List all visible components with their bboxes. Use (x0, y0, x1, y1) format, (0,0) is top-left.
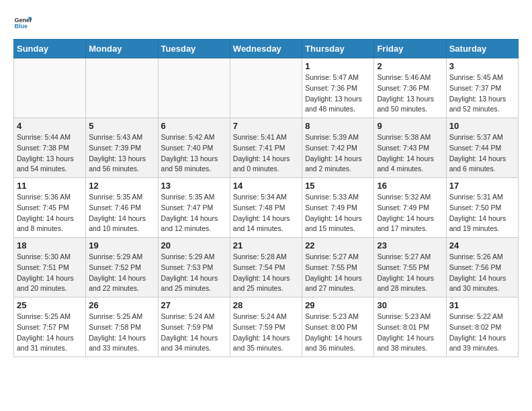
logo-icon: General Blue (13, 13, 32, 32)
calendar-cell: 9Sunrise: 5:38 AMSunset: 7:43 PMDaylight… (374, 118, 446, 178)
weekday-saturday: Saturday (446, 40, 518, 58)
day-detail: Sunrise: 5:43 AMSunset: 7:39 PMDaylight:… (89, 132, 154, 175)
day-number: 10 (449, 121, 515, 131)
day-detail: Sunrise: 5:47 AMSunset: 7:36 PMDaylight:… (305, 73, 371, 115)
calendar-cell: 1Sunrise: 5:47 AMSunset: 7:36 PMDaylight… (302, 58, 374, 118)
day-detail: Sunrise: 5:24 AMSunset: 7:59 PMDaylight:… (233, 312, 299, 354)
day-detail: Sunrise: 5:35 AMSunset: 7:46 PMDaylight:… (89, 192, 154, 234)
day-number: 1 (305, 61, 371, 71)
calendar-header: SundayMondayTuesdayWednesdayThursdayFrid… (14, 40, 519, 58)
day-detail: Sunrise: 5:28 AMSunset: 7:54 PMDaylight:… (233, 252, 299, 294)
day-number: 22 (305, 240, 371, 250)
day-number: 23 (377, 240, 443, 250)
calendar-cell: 16Sunrise: 5:32 AMSunset: 7:49 PMDayligh… (374, 178, 446, 238)
day-detail: Sunrise: 5:29 AMSunset: 7:52 PMDaylight:… (89, 252, 154, 294)
day-detail: Sunrise: 5:24 AMSunset: 7:59 PMDaylight:… (161, 312, 227, 354)
calendar-cell: 4Sunrise: 5:44 AMSunset: 7:38 PMDaylight… (14, 118, 86, 178)
calendar-cell: 20Sunrise: 5:29 AMSunset: 7:53 PMDayligh… (158, 238, 230, 298)
day-detail: Sunrise: 5:27 AMSunset: 7:55 PMDaylight:… (377, 252, 443, 294)
calendar-cell: 21Sunrise: 5:28 AMSunset: 7:54 PMDayligh… (230, 238, 302, 298)
calendar-week-4: 18Sunrise: 5:30 AMSunset: 7:51 PMDayligh… (14, 238, 519, 298)
day-number: 9 (377, 121, 443, 131)
day-number: 24 (449, 240, 515, 250)
logo: General Blue (13, 13, 32, 32)
calendar-cell: 14Sunrise: 5:34 AMSunset: 7:48 PMDayligh… (230, 178, 302, 238)
calendar-cell: 29Sunrise: 5:23 AMSunset: 8:00 PMDayligh… (302, 298, 374, 357)
day-detail: Sunrise: 5:32 AMSunset: 7:49 PMDaylight:… (377, 192, 443, 234)
day-detail: Sunrise: 5:23 AMSunset: 8:01 PMDaylight:… (377, 312, 443, 354)
day-number: 31 (449, 300, 515, 310)
day-number: 15 (305, 181, 371, 191)
calendar-cell: 3Sunrise: 5:45 AMSunset: 7:37 PMDaylight… (446, 58, 518, 118)
day-detail: Sunrise: 5:44 AMSunset: 7:38 PMDaylight:… (17, 132, 83, 175)
day-detail: Sunrise: 5:23 AMSunset: 8:00 PMDaylight:… (305, 312, 371, 354)
day-number: 29 (305, 300, 371, 310)
day-number: 27 (161, 300, 227, 310)
day-detail: Sunrise: 5:45 AMSunset: 7:37 PMDaylight:… (449, 73, 515, 115)
day-number: 14 (233, 181, 299, 191)
calendar-cell: 11Sunrise: 5:36 AMSunset: 7:45 PMDayligh… (14, 178, 86, 238)
day-detail: Sunrise: 5:46 AMSunset: 7:36 PMDaylight:… (377, 73, 443, 115)
day-number: 18 (17, 240, 83, 250)
day-detail: Sunrise: 5:27 AMSunset: 7:55 PMDaylight:… (305, 252, 371, 294)
day-number: 20 (161, 240, 227, 250)
day-detail: Sunrise: 5:25 AMSunset: 7:58 PMDaylight:… (89, 312, 154, 354)
day-number: 19 (89, 240, 154, 250)
day-number: 7 (233, 121, 299, 131)
calendar-cell (158, 58, 230, 118)
day-detail: Sunrise: 5:36 AMSunset: 7:45 PMDaylight:… (17, 192, 83, 234)
day-detail: Sunrise: 5:37 AMSunset: 7:44 PMDaylight:… (449, 132, 515, 175)
day-number: 25 (17, 300, 83, 310)
calendar-cell: 30Sunrise: 5:23 AMSunset: 8:01 PMDayligh… (374, 298, 446, 357)
calendar-cell: 25Sunrise: 5:25 AMSunset: 7:57 PMDayligh… (14, 298, 86, 357)
calendar-cell: 13Sunrise: 5:35 AMSunset: 7:47 PMDayligh… (158, 178, 230, 238)
calendar-cell: 24Sunrise: 5:26 AMSunset: 7:56 PMDayligh… (446, 238, 518, 298)
day-detail: Sunrise: 5:35 AMSunset: 7:47 PMDaylight:… (161, 192, 227, 234)
day-number: 6 (161, 121, 227, 131)
day-number: 26 (89, 300, 154, 310)
calendar-cell: 31Sunrise: 5:22 AMSunset: 8:02 PMDayligh… (446, 298, 518, 357)
calendar-cell: 28Sunrise: 5:24 AMSunset: 7:59 PMDayligh… (230, 298, 302, 357)
day-number: 11 (17, 181, 83, 191)
day-number: 4 (17, 121, 83, 131)
calendar-week-5: 25Sunrise: 5:25 AMSunset: 7:57 PMDayligh… (14, 298, 519, 357)
day-number: 2 (377, 61, 443, 71)
calendar-cell: 10Sunrise: 5:37 AMSunset: 7:44 PMDayligh… (446, 118, 518, 178)
day-detail: Sunrise: 5:38 AMSunset: 7:43 PMDaylight:… (377, 132, 443, 175)
calendar-body: 1Sunrise: 5:47 AMSunset: 7:36 PMDaylight… (14, 58, 519, 357)
page-header: General Blue (13, 13, 519, 32)
day-number: 30 (377, 300, 443, 310)
calendar-cell (230, 58, 302, 118)
day-detail: Sunrise: 5:31 AMSunset: 7:50 PMDaylight:… (449, 192, 515, 234)
day-detail: Sunrise: 5:34 AMSunset: 7:48 PMDaylight:… (233, 192, 299, 234)
day-detail: Sunrise: 5:33 AMSunset: 7:49 PMDaylight:… (305, 192, 371, 234)
calendar-cell: 8Sunrise: 5:39 AMSunset: 7:42 PMDaylight… (302, 118, 374, 178)
day-number: 17 (449, 181, 515, 191)
weekday-thursday: Thursday (302, 40, 374, 58)
calendar-cell: 2Sunrise: 5:46 AMSunset: 7:36 PMDaylight… (374, 58, 446, 118)
calendar-table: SundayMondayTuesdayWednesdayThursdayFrid… (13, 39, 519, 357)
weekday-header-row: SundayMondayTuesdayWednesdayThursdayFrid… (14, 40, 519, 58)
calendar-week-3: 11Sunrise: 5:36 AMSunset: 7:45 PMDayligh… (14, 178, 519, 238)
day-number: 5 (89, 121, 154, 131)
calendar-cell: 7Sunrise: 5:41 AMSunset: 7:41 PMDaylight… (230, 118, 302, 178)
weekday-sunday: Sunday (14, 40, 86, 58)
calendar-cell: 15Sunrise: 5:33 AMSunset: 7:49 PMDayligh… (302, 178, 374, 238)
calendar-cell: 18Sunrise: 5:30 AMSunset: 7:51 PMDayligh… (14, 238, 86, 298)
weekday-friday: Friday (374, 40, 446, 58)
day-number: 28 (233, 300, 299, 310)
calendar-cell: 12Sunrise: 5:35 AMSunset: 7:46 PMDayligh… (86, 178, 158, 238)
calendar-cell: 19Sunrise: 5:29 AMSunset: 7:52 PMDayligh… (86, 238, 158, 298)
day-number: 8 (305, 121, 371, 131)
day-detail: Sunrise: 5:29 AMSunset: 7:53 PMDaylight:… (161, 252, 227, 294)
calendar-cell: 5Sunrise: 5:43 AMSunset: 7:39 PMDaylight… (86, 118, 158, 178)
calendar-cell: 6Sunrise: 5:42 AMSunset: 7:40 PMDaylight… (158, 118, 230, 178)
day-number: 16 (377, 181, 443, 191)
calendar-cell: 22Sunrise: 5:27 AMSunset: 7:55 PMDayligh… (302, 238, 374, 298)
calendar-cell (14, 58, 86, 118)
day-detail: Sunrise: 5:25 AMSunset: 7:57 PMDaylight:… (17, 312, 83, 354)
calendar-cell: 27Sunrise: 5:24 AMSunset: 7:59 PMDayligh… (158, 298, 230, 357)
day-number: 12 (89, 181, 154, 191)
day-detail: Sunrise: 5:22 AMSunset: 8:02 PMDaylight:… (449, 312, 515, 354)
svg-text:Blue: Blue (14, 23, 28, 30)
